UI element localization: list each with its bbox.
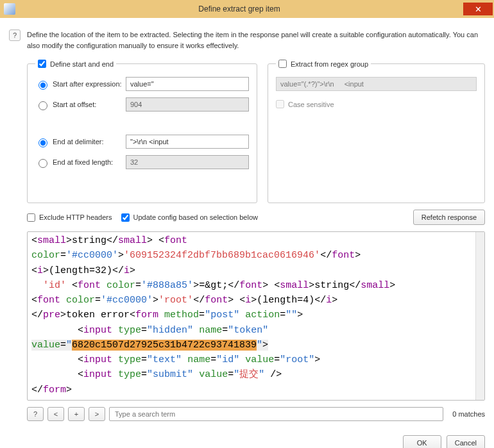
end-at-delimiter-input[interactable]: ">\r\n <input <box>126 135 249 149</box>
search-input[interactable] <box>109 407 443 421</box>
case-sensitive-label: Case sensitive <box>288 101 334 108</box>
search-help-button[interactable]: ? <box>27 407 44 421</box>
define-start-end-toggle[interactable] <box>38 60 46 68</box>
ok-button[interactable]: OK <box>403 435 441 448</box>
end-at-fixed-length-radio[interactable] <box>38 159 47 168</box>
start-after-expression-label: Start after expression: <box>53 80 126 88</box>
extract-regex-toggle[interactable] <box>278 60 287 68</box>
close-button[interactable]: ✕ <box>463 3 493 15</box>
regex-value-left: value="(.*?)">\r\n <box>280 80 334 88</box>
regex-value-right: <input <box>345 80 364 88</box>
update-config-checkbox[interactable] <box>121 213 130 222</box>
extract-regex-panel: Extract from regex group value="(.*?)">\… <box>268 60 485 203</box>
window-title: Define extract grep item <box>15 4 463 13</box>
refetch-response-button[interactable]: Refetch response <box>413 210 485 225</box>
start-at-offset-input: 904 <box>126 97 249 112</box>
exclude-http-label: Exclude HTTP headers <box>39 213 112 221</box>
search-add-button[interactable]: + <box>68 407 85 421</box>
search-matches-label: 0 matches <box>452 410 485 418</box>
end-at-delimiter-radio[interactable] <box>38 138 47 147</box>
case-sensitive-checkbox <box>276 100 284 108</box>
define-start-end-panel: Define start and end Start after express… <box>27 60 257 203</box>
help-icon[interactable]: ? <box>9 29 21 41</box>
end-at-fixed-length-label: End at fixed length: <box>53 158 126 166</box>
app-icon <box>4 3 15 15</box>
title-bar: Define extract grep item ✕ <box>0 0 494 18</box>
define-start-end-legend: Define start and end <box>50 60 114 68</box>
end-at-delimiter-label: End at delimiter: <box>53 138 126 145</box>
scrollbar[interactable] <box>475 232 484 400</box>
end-at-fixed-length-input: 32 <box>126 155 249 169</box>
start-after-expression-radio[interactable] <box>38 81 47 90</box>
update-config-label: Update config based on selection below <box>133 213 258 221</box>
search-prev-button[interactable]: < <box>47 407 64 421</box>
search-next-button[interactable]: > <box>89 407 105 421</box>
extract-regex-legend: Extract from regex group <box>291 60 368 68</box>
start-at-offset-radio[interactable] <box>38 101 47 110</box>
exclude-http-checkbox[interactable] <box>27 213 35 222</box>
start-after-expression-input[interactable]: value=" <box>126 77 249 91</box>
cancel-button[interactable]: Cancel <box>447 435 485 448</box>
response-panel[interactable]: <small>string</small> <font color='#cc00… <box>27 231 485 401</box>
intro-text: Define the location of the item to be ex… <box>27 29 485 51</box>
start-at-offset-label: Start at offset: <box>53 101 126 108</box>
regex-input: value="(.*?)">\r\n <input <box>276 77 477 91</box>
